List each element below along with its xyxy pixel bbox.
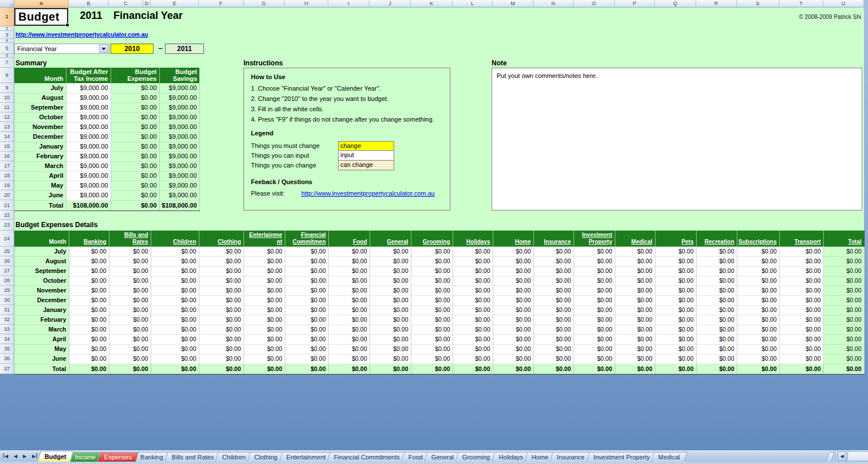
month-label-cell[interactable]: August	[14, 93, 66, 103]
chevron-down-icon[interactable]	[99, 45, 108, 53]
column-header-j[interactable]: J	[370, 0, 411, 7]
expense-cell[interactable]: $0.00	[615, 247, 655, 256]
expense-total-cell[interactable]: $0.00	[199, 364, 243, 374]
expense-column-header-home[interactable]: Home	[493, 231, 533, 247]
row-header-24[interactable]: 24	[0, 231, 14, 247]
expense-cell[interactable]: $0.00	[69, 295, 109, 305]
expense-cell[interactable]: $0.00	[285, 354, 328, 364]
expense-column-header-total[interactable]: Total	[823, 231, 864, 247]
expense-cell[interactable]: $0.00	[328, 305, 370, 315]
month-label-cell[interactable]: December	[14, 295, 69, 305]
expense-column-header-subscriptions[interactable]: Subscriptions	[737, 231, 779, 247]
next-sheet-button[interactable]: ▶	[20, 451, 29, 461]
expense-cell[interactable]: $0.00	[493, 305, 533, 315]
summary-cell[interactable]: $9,000.00	[66, 83, 111, 93]
row-header-36[interactable]: 36	[0, 354, 14, 364]
expense-cell[interactable]: $0.00	[574, 266, 615, 276]
expense-cell[interactable]: $0.00	[493, 334, 533, 344]
expense-cell[interactable]: $0.00	[285, 344, 328, 354]
legend-swatch-cell[interactable]: change	[338, 141, 394, 151]
expense-cell[interactable]: $0.00	[411, 247, 453, 256]
expense-cell[interactable]: $0.00	[411, 295, 453, 305]
expense-cell[interactable]: $0.00	[328, 286, 370, 295]
summary-cell[interactable]: $0.00	[111, 142, 159, 151]
column-header-h[interactable]: H	[285, 0, 328, 7]
row-header-10[interactable]: 10	[0, 93, 14, 103]
month-label-cell[interactable]: June	[14, 354, 69, 364]
expense-cell[interactable]: $0.00	[199, 344, 243, 354]
expense-cell[interactable]: $0.00	[493, 325, 533, 334]
expense-cell[interactable]: $0.00	[533, 295, 574, 305]
summary-column-header[interactable]: Budget AfterTax Income	[66, 68, 111, 83]
row-header-3[interactable]: 3	[0, 31, 14, 39]
expense-cell[interactable]: $0.00	[199, 286, 243, 295]
expense-cell[interactable]: $0.00	[779, 256, 823, 266]
horizontal-scrollbar[interactable]	[847, 451, 868, 461]
expense-cell[interactable]: $0.00	[243, 266, 285, 276]
expense-cell[interactable]: $0.00	[823, 256, 864, 266]
last-sheet-button[interactable]: ▶	[29, 451, 38, 461]
row-header-20[interactable]: 20	[0, 190, 14, 200]
expense-cell[interactable]: $0.00	[574, 286, 615, 295]
expense-total-cell[interactable]: $0.00	[533, 364, 574, 374]
row-header-25[interactable]: 25	[0, 247, 14, 256]
expense-cell[interactable]: $0.00	[696, 334, 737, 344]
summary-cell[interactable]: $9,000.00	[66, 181, 111, 190]
row-header-16[interactable]: 16	[0, 151, 14, 161]
summary-cell[interactable]: $9,000.00	[66, 112, 111, 122]
expense-cell[interactable]: $0.00	[823, 344, 864, 354]
expense-cell[interactable]: $0.00	[370, 266, 411, 276]
expense-cell[interactable]: $0.00	[574, 315, 615, 325]
expense-cell[interactable]: $0.00	[199, 247, 243, 256]
column-header-c[interactable]: C	[109, 0, 143, 7]
sheet-tab-medical[interactable]: Medical	[651, 452, 688, 462]
title-year[interactable]: 2011	[73, 10, 109, 22]
expense-cell[interactable]: $0.00	[151, 256, 199, 266]
expense-cell[interactable]: $0.00	[151, 295, 199, 305]
expense-cell[interactable]: $0.00	[328, 295, 370, 305]
expense-cell[interactable]: $0.00	[823, 315, 864, 325]
row-header-37[interactable]: 37	[0, 364, 14, 374]
expense-cell[interactable]: $0.00	[615, 276, 655, 286]
expense-cell[interactable]: $0.00	[574, 276, 615, 286]
expense-cell[interactable]: $0.00	[109, 305, 151, 315]
row-header-30[interactable]: 30	[0, 295, 14, 305]
row-header-35[interactable]: 35	[0, 344, 14, 354]
month-label-cell[interactable]: October	[14, 112, 66, 122]
expense-total-cell[interactable]: $0.00	[411, 364, 453, 374]
column-header-t[interactable]: T	[779, 0, 823, 7]
expense-total-cell[interactable]: $0.00	[779, 364, 823, 374]
month-label-cell[interactable]: January	[14, 305, 69, 315]
expense-cell[interactable]: $0.00	[109, 295, 151, 305]
expense-cell[interactable]: $0.00	[574, 295, 615, 305]
expense-cell[interactable]: $0.00	[533, 305, 574, 315]
expense-cell[interactable]: $0.00	[109, 266, 151, 276]
expense-cell[interactable]: $0.00	[243, 325, 285, 334]
month-label-cell[interactable]: March	[14, 161, 66, 171]
expense-column-header-general[interactable]: General	[370, 231, 411, 247]
expense-cell[interactable]: $0.00	[243, 256, 285, 266]
expense-column-header-entertainment[interactable]: Entertainment	[243, 231, 285, 247]
expense-cell[interactable]: $0.00	[493, 286, 533, 295]
column-header-r[interactable]: R	[696, 0, 737, 7]
expense-cell[interactable]: $0.00	[655, 266, 696, 276]
summary-cell[interactable]: $9,000.00	[66, 171, 111, 181]
row-header-9[interactable]: 9	[0, 83, 14, 93]
column-header-q[interactable]: Q	[655, 0, 696, 7]
expense-cell[interactable]: $0.00	[199, 305, 243, 315]
expense-cell[interactable]: $0.00	[285, 305, 328, 315]
clipped-sheet-tab[interactable]	[826, 452, 835, 462]
expense-cell[interactable]: $0.00	[737, 305, 779, 315]
row-header-33[interactable]: 33	[0, 325, 14, 334]
expense-cell[interactable]: $0.00	[69, 266, 109, 276]
expense-total-cell[interactable]: $0.00	[615, 364, 655, 374]
expense-cell[interactable]: $0.00	[243, 344, 285, 354]
expense-cell[interactable]: $0.00	[453, 344, 493, 354]
row-header-28[interactable]: 28	[0, 276, 14, 286]
month-label-cell[interactable]: October	[14, 276, 69, 286]
expense-cell[interactable]: $0.00	[453, 256, 493, 266]
expense-cell[interactable]: $0.00	[615, 354, 655, 364]
expense-cell[interactable]: $0.00	[69, 276, 109, 286]
expense-cell[interactable]: $0.00	[779, 325, 823, 334]
summary-cell[interactable]: $0.00	[111, 181, 159, 190]
